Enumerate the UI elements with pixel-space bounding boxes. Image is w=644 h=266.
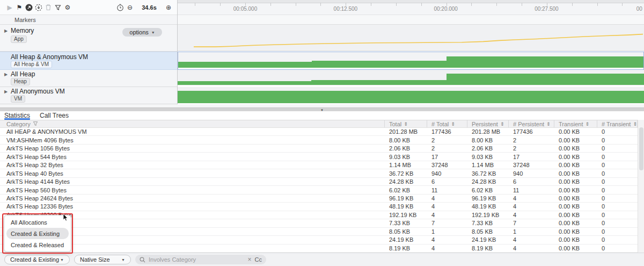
sort-icon[interactable]: ⇕ (585, 121, 589, 127)
cell-value: 4 (427, 211, 467, 219)
memory-usage-chart[interactable] (178, 25, 644, 51)
statistics-table-header: CategoryTotal⇕# Total⇕Persistent⇕# Persi… (0, 120, 638, 128)
column-header--total[interactable]: # Total⇕ (427, 120, 467, 127)
markers-row[interactable]: Markers (0, 15, 177, 25)
table-row[interactable]: VM:ASHMem 4096 Bytes8.00 KB28.00 KB20.00… (0, 136, 638, 144)
zoom-out-icon[interactable]: ⊖ (126, 3, 134, 12)
track-gap (178, 68, 643, 69)
column-header-transient[interactable]: Transient⇕ (554, 120, 597, 127)
sort-icon[interactable]: ⇕ (546, 121, 551, 127)
track-row-all-anonymous-vm[interactable]: ▶ All Anonymous VM VM (0, 87, 177, 104)
track-row-memory[interactable]: ▶ Memory App options ▼ (0, 25, 177, 52)
cell-value: 4 (509, 203, 554, 210)
match-case-toggle[interactable]: Cc (255, 256, 262, 263)
flag-marker-icon[interactable]: ⚑ (15, 3, 24, 12)
table-row[interactable]: ArkTS Heap 560 Bytes6.02 KB116.02 KB110.… (0, 186, 638, 194)
size-mode-dropdown[interactable]: Native Size ▼ (74, 255, 131, 264)
tab-statistics[interactable]: Statistics (4, 111, 30, 120)
table-row[interactable]: ArkTS Heap 12336 Bytes48.19 KB448.19 KB4… (0, 203, 638, 211)
cell-value: 177436 (509, 128, 554, 135)
timeline-range-strip[interactable] (178, 0, 644, 3)
expand-arrow-icon[interactable]: ▶ (4, 28, 8, 33)
table-row[interactable]: ArkTS Heap 49200 Bytes192.19 KB4192.19 K… (0, 211, 638, 219)
column-header--persistent[interactable]: # Persistent⇕ (509, 120, 554, 127)
ruler-tick-label: 00:20.000 (434, 6, 458, 12)
memory-options-button[interactable]: options ▼ (122, 28, 162, 37)
table-scrollbar[interactable] (638, 120, 644, 253)
cell-value: 9.03 KB (385, 153, 427, 160)
ruler-tick (496, 3, 497, 6)
markers-track-area[interactable] (177, 15, 644, 25)
sort-icon[interactable]: ⇕ (500, 121, 504, 127)
cell-value: 17 (427, 153, 467, 160)
table-row[interactable]: ArkTS Heap 1056 Bytes2.06 KB22.06 KB20.0… (0, 145, 638, 153)
menu-item-all-allocations[interactable]: All Allocations (6, 217, 69, 228)
column-header-label: Transient (559, 121, 583, 127)
filter-funnel-icon[interactable] (33, 121, 38, 127)
menu-item-created-released[interactable]: Created & Released (6, 239, 69, 250)
settings-gear-icon[interactable]: ⚙ (63, 3, 72, 12)
cell-value: 0 (597, 178, 638, 185)
cell-value: 7.33 KB (385, 219, 427, 227)
column-header-label: # Transient (602, 121, 631, 127)
cell-value: 940 (509, 169, 554, 177)
cell-category: VM:ASHMem 4096 Bytes (0, 136, 385, 143)
timeline-ruler[interactable]: 00:05.00000:12.50000:20.00000:27.50000 (177, 0, 644, 15)
cell-value: 17 (509, 153, 554, 160)
cell-value: 24.28 KB (385, 178, 427, 185)
table-row[interactable]: ArkTS Heap 4144 Bytes24.28 KB624.28 KB60… (0, 178, 638, 186)
play-icon[interactable]: ▶ (5, 3, 14, 12)
heap-usage-segment (311, 80, 447, 85)
cell-value: 0 (597, 219, 638, 227)
timer-icon[interactable] (116, 3, 125, 12)
tab-call-trees[interactable]: Call Trees (40, 111, 69, 120)
search-input[interactable]: Involves Category × Cc (135, 255, 266, 264)
cell-value: 2.06 KB (467, 145, 509, 152)
menu-item-created-existing[interactable]: Created & Existing (6, 228, 69, 239)
zoom-in-icon[interactable]: ⊕ (164, 3, 173, 12)
filter-icon[interactable] (54, 3, 62, 12)
cell-value: 0 (597, 195, 638, 202)
table-row[interactable]: ArkTS Heap 24624 Bytes96.19 KB496.19 KB4… (0, 195, 638, 203)
track-row-all-heap-and-vm[interactable]: All Heap & Anonymous VM All Heap & VM (0, 52, 177, 70)
sort-icon[interactable]: ⇕ (404, 121, 408, 127)
table-row[interactable]: 24.19 KB424.19 KB40.00 KB0 (0, 236, 638, 244)
cell-value: 192.19 KB (467, 211, 509, 219)
cell-value: 4 (427, 203, 467, 210)
allocation-filter-dropdown[interactable]: Created & Existing ▼ (4, 255, 70, 264)
column-header-category[interactable]: Category (0, 120, 385, 127)
track-row-all-heap[interactable]: ▶ All Heap Heap (0, 70, 177, 87)
sort-icon[interactable]: ⇕ (451, 121, 455, 127)
expand-arrow-icon[interactable]: ▶ (4, 72, 8, 77)
table-row[interactable]: All HEAP & ANONYMOUS VM201.28 MB17743620… (0, 128, 638, 136)
table-row[interactable]: 7.33 KB77.33 KB70.00 KB0 (0, 219, 638, 227)
table-scrollbar-thumb[interactable] (639, 127, 643, 170)
table-row[interactable]: 8.19 KB48.19 KB40.00 KB0 (0, 245, 638, 253)
record-icon[interactable] (25, 3, 33, 12)
cell-value: 11 (509, 186, 554, 193)
capture-icon[interactable] (34, 3, 43, 12)
cell-value: 6 (509, 178, 554, 185)
table-row[interactable]: ArkTS Heap 40 Bytes36.72 KB94036.72 KB94… (0, 169, 638, 177)
expand-arrow-icon[interactable]: ▶ (4, 89, 8, 94)
track-title-all-anonymous-vm: All Anonymous VM (11, 88, 65, 95)
table-row[interactable]: 8.05 KB18.05 KB10.00 KB0 (0, 228, 638, 236)
column-header-total[interactable]: Total⇕ (385, 120, 427, 127)
trash-icon[interactable] (44, 3, 53, 12)
sort-icon[interactable]: ⇕ (633, 121, 637, 127)
column-header-persistent[interactable]: Persistent⇕ (467, 120, 509, 127)
table-row[interactable]: ArkTS Heap 32 Bytes1.14 MB372481.14 MB37… (0, 161, 638, 169)
clear-search-icon[interactable]: × (248, 256, 252, 263)
table-row[interactable]: ArkTS Heap 544 Bytes9.03 KB179.03 KB170.… (0, 153, 638, 161)
cell-category: ArkTS Heap 24624 Bytes (0, 195, 385, 202)
cell-value: 0 (597, 136, 638, 143)
all-heap-chart[interactable] (178, 70, 644, 87)
cell-value: 7 (509, 219, 554, 227)
column-header--transient[interactable]: # Transient⇕ (597, 120, 638, 127)
cell-value: 0.00 KB (554, 161, 597, 169)
all-anonymous-vm-chart[interactable] (178, 87, 644, 104)
cell-category: ArkTS Heap 560 Bytes (0, 186, 385, 193)
ruler-tick-label: 00:12.500 (334, 6, 358, 12)
all-heap-and-vm-chart[interactable] (178, 52, 644, 70)
heap-usage-segment (447, 56, 643, 68)
